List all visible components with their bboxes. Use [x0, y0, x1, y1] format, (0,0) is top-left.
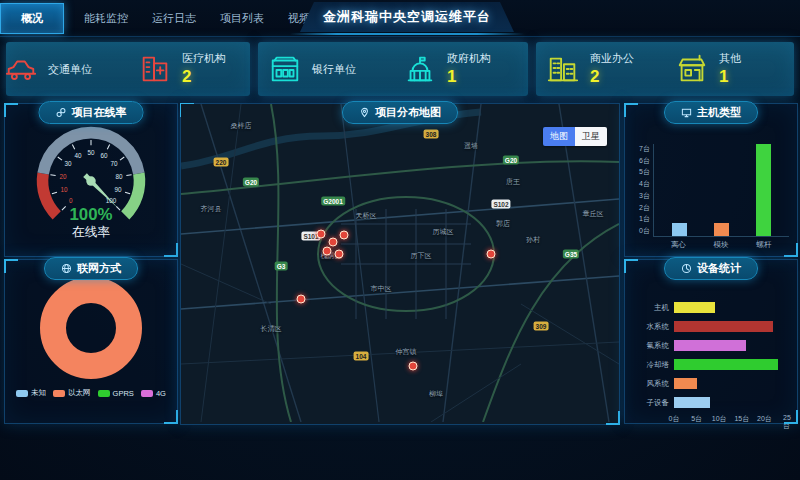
panel-header-map: 项目分布地图 — [342, 101, 458, 124]
stat-label: 医疗机构 — [182, 51, 226, 66]
dashboard: 概况能耗监控运行日志项目列表视频监控 金洲科瑞中央空调运维平台 交通单位医疗机构… — [0, 0, 800, 480]
map-place-label: 柳埠 — [429, 389, 443, 399]
map-place-label: 郭店 — [496, 219, 510, 229]
map-place-label: 长清区 — [261, 324, 282, 334]
nav-item-1[interactable]: 能耗监控 — [84, 11, 128, 26]
x-tick: 0台 — [669, 414, 680, 424]
svg-text:20: 20 — [59, 173, 67, 180]
road-badge-G3: G3 — [275, 262, 288, 271]
project-marker-4[interactable] — [335, 250, 344, 259]
gauge-label: 在线率 — [72, 225, 110, 238]
bar-离心 — [672, 223, 687, 236]
panel-host-type: 主机类型 7台6台5台4台3台2台1台0台 离心模块螺杆 — [624, 103, 798, 257]
stat-item-2: 银行单位 — [258, 42, 393, 96]
device-row-label: 冷却塔 — [631, 360, 674, 370]
road-badge-G35: G35 — [563, 250, 579, 259]
panel-header-device: 设备统计 — [664, 257, 758, 280]
device-row-子设备: 子设备 — [631, 393, 787, 412]
x-category: 离心 — [671, 240, 686, 250]
x-tick: 5台 — [691, 414, 702, 424]
project-marker-3[interactable] — [323, 247, 332, 256]
map-type-button-地图[interactable]: 地图 — [543, 127, 575, 146]
panel-header-host: 主机类型 — [664, 101, 758, 124]
gauge-svg: 0102030405060708090100 100% 在线率 — [25, 120, 157, 238]
panel-network-type: 联网方式 未知以太网GPRS4G — [4, 259, 178, 424]
project-marker-1[interactable] — [329, 238, 338, 247]
device-row-label: 风系统 — [631, 379, 674, 389]
panel-title-host: 主机类型 — [697, 105, 741, 120]
network-legend: 未知以太网GPRS4G — [5, 388, 177, 398]
bank-icon — [268, 52, 302, 86]
road-badge-G20: G20 — [243, 178, 259, 187]
project-marker-5[interactable] — [487, 250, 496, 259]
project-distribution-map[interactable]: 桑梓店济阳遥墙唐王章丘区齐河县天桥区历城区郭店槐荫区历下区市中区长清区孙村仲宫镇… — [181, 104, 619, 424]
map-place-label: 章丘区 — [583, 209, 604, 219]
x-tick: 10台 — [712, 414, 727, 424]
nav-item-2[interactable]: 运行日志 — [152, 11, 196, 26]
panel-device-stats: 设备统计 主机水系统氟系统冷却塔风系统子设备 0台5台10台15台20台25台 — [624, 259, 798, 424]
stat-item-5: 其他1 — [665, 42, 794, 96]
project-marker-0[interactable] — [317, 230, 326, 239]
device-row-label: 水系统 — [631, 322, 674, 332]
host-type-bar-chart: 7台6台5台4台3台2台1台0台 离心模块螺杆 — [633, 144, 789, 250]
link-icon — [56, 107, 67, 118]
project-marker-2[interactable] — [340, 231, 349, 240]
panel-title-map: 项目分布地图 — [375, 105, 441, 120]
road-badge-G20: G20 — [503, 156, 519, 165]
legend-item-未知[interactable]: 未知 — [16, 388, 46, 398]
road-badge-104: 104 — [354, 352, 369, 361]
stat-label: 银行单位 — [312, 62, 356, 77]
device-row-label: 氟系统 — [631, 341, 674, 351]
stat-value: 2 — [182, 67, 226, 87]
device-chart-x-axis: 0台5台10台15台20台25台 — [674, 414, 787, 424]
panel-title-online-rate: 项目在线率 — [72, 105, 127, 120]
legend-swatch — [16, 390, 28, 397]
x-tick: 25台 — [783, 414, 791, 431]
project-marker-6[interactable] — [297, 295, 306, 304]
map-place-label: 遥墙 — [464, 141, 478, 151]
bar-子设备 — [674, 397, 710, 408]
map-type-button-卫星[interactable]: 卫星 — [575, 127, 607, 146]
map-place-label: 天桥区 — [356, 211, 377, 221]
svg-text:0: 0 — [69, 197, 73, 204]
map-place-label: 齐河县 — [201, 204, 222, 214]
nav-item-0[interactable]: 概况 — [0, 3, 64, 34]
nav-item-3[interactable]: 项目列表 — [220, 11, 264, 26]
x-tick: 20台 — [757, 414, 772, 424]
stat-label: 商业办公 — [590, 51, 634, 66]
road-badge-G2001: G2001 — [321, 197, 345, 206]
device-row-主机: 主机 — [631, 298, 787, 317]
stat-value: 2 — [590, 67, 634, 87]
location-pin-icon — [359, 107, 370, 118]
office-icon — [546, 52, 580, 86]
map-place-label: 仲宫镇 — [396, 347, 417, 357]
legend-swatch — [98, 390, 110, 397]
monitor-icon — [681, 107, 692, 118]
legend-item-4G[interactable]: 4G — [141, 388, 166, 398]
svg-text:30: 30 — [64, 160, 72, 167]
map-type-controls: 地图卫星 — [543, 127, 607, 146]
legend-item-以太网[interactable]: 以太网 — [53, 388, 91, 398]
panel-header-network: 联网方式 — [44, 257, 138, 280]
bar-风系统 — [674, 378, 697, 389]
map-place-label: 孙村 — [526, 235, 540, 245]
device-row-label: 主机 — [631, 303, 674, 313]
legend-item-GPRS[interactable]: GPRS — [98, 388, 134, 398]
car-icon — [6, 52, 38, 86]
legend-label: 未知 — [31, 388, 46, 398]
legend-swatch — [53, 390, 65, 397]
project-marker-7[interactable] — [409, 362, 418, 371]
device-row-label: 子设备 — [631, 398, 674, 408]
road-badge-309: 309 — [534, 322, 549, 331]
map-place-label: 唐王 — [506, 177, 520, 187]
x-tick: 15台 — [734, 414, 749, 424]
road-badge-S102: S102 — [491, 200, 510, 209]
app-title-box: 金洲科瑞中央空调运维平台 — [300, 2, 514, 32]
map-place-label: 历城区 — [433, 227, 454, 237]
bar-氟系统 — [674, 340, 746, 351]
stat-value: 1 — [719, 67, 741, 87]
stat-card-bank-government: 银行单位政府机构1 — [258, 42, 528, 96]
bar-主机 — [674, 302, 715, 313]
gauge-value: 100% — [69, 205, 112, 224]
stat-item-0: 交通单位 — [6, 42, 128, 96]
